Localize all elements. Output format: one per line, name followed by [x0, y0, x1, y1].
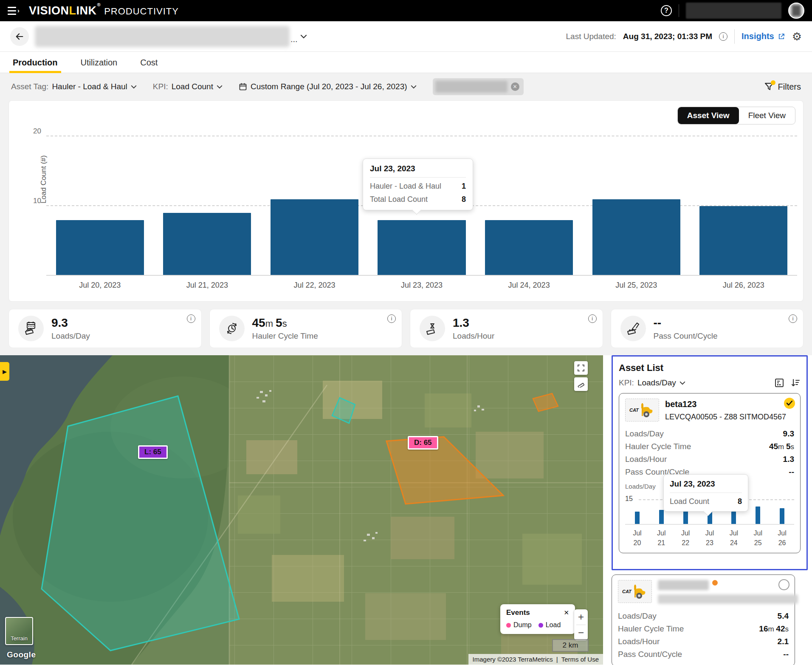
bar[interactable]: [56, 220, 144, 276]
info-icon[interactable]: i: [789, 314, 797, 323]
x-tick-label: Jul24: [722, 528, 746, 548]
map-type-control[interactable]: Terrain: [5, 617, 33, 645]
date-range-value: Custom Range (Jul 20, 2023 - Jul 26, 202…: [251, 82, 407, 91]
cat-loader-image: CAT: [629, 402, 656, 419]
asset-card-redacted[interactable]: CAT Loads/Day5.4 Haul: [612, 574, 795, 665]
kpi-value: 45m 5s: [252, 316, 318, 330]
help-icon[interactable]: ?: [661, 5, 672, 16]
tooltip-row: Total Load Count 8: [370, 195, 466, 204]
dump-zone-label[interactable]: D: 65: [408, 436, 438, 450]
bar[interactable]: [659, 510, 664, 525]
stat-row: Loads/Day5.4: [618, 610, 789, 623]
info-icon[interactable]: i: [187, 314, 195, 323]
kpi-value: 9.3: [51, 316, 90, 330]
map-panel-expand-tab[interactable]: ▶: [0, 362, 9, 381]
menu-icon[interactable]: ›: [8, 5, 22, 16]
kpi-value: --: [654, 316, 718, 330]
google-logo: Google: [7, 650, 36, 659]
bar[interactable]: [485, 220, 573, 276]
status-dot: [712, 580, 718, 586]
asset-list-kpi-label: KPI:: [619, 378, 634, 388]
asset-card-beta123[interactable]: CAT beta123 LEVCQA00505 - Z88 SITMOD4567: [619, 393, 801, 553]
tab-cost[interactable]: Cost: [138, 54, 159, 73]
fullscreen-button[interactable]: [574, 361, 588, 375]
bar[interactable]: [271, 199, 358, 276]
chart-tooltip: Jul 23, 2023 Hauler - Load & Haul 1 Tota…: [363, 158, 473, 210]
x-tick-label: Jul 23, 2023: [368, 281, 476, 290]
back-button[interactable]: [10, 27, 29, 46]
asset-list-kpi-value[interactable]: Loads/Day: [637, 378, 676, 388]
calendar-icon: [239, 82, 247, 91]
stat-row: Loads/Hour2.1: [618, 635, 789, 648]
gear-icon[interactable]: ⚙: [792, 31, 802, 42]
y-tick-20: 20: [26, 127, 41, 136]
unselected-badge[interactable]: [778, 579, 789, 590]
last-updated-label: Last Updated:: [566, 32, 616, 41]
imagery-credit: Imagery ©2023 TerraMetrics: [473, 656, 553, 663]
tab-production[interactable]: Production: [11, 54, 59, 73]
tooltip-row: Load Count 8: [670, 497, 742, 506]
tab-utilization[interactable]: Utilization: [79, 54, 119, 73]
load-zone-label[interactable]: L: 65: [138, 445, 168, 459]
brand-logo: VISIONLINK® PRODUCTIVITY: [29, 4, 179, 17]
close-icon[interactable]: ✕: [564, 609, 569, 617]
fleet-view-button[interactable]: Fleet View: [739, 107, 795, 124]
x-tick-label: Jul20: [625, 528, 649, 548]
bar[interactable]: [756, 507, 760, 525]
kpi-filter-value: Load Count: [172, 82, 213, 91]
bar[interactable]: [731, 512, 736, 525]
asset-stats: Loads/Day5.4 Hauler Cycle Time16m 42s Lo…: [618, 610, 789, 661]
header-divider: [679, 4, 679, 17]
events-legend: Events ✕ Dump Load: [500, 604, 575, 634]
satellite-map[interactable]: L: 65 D: 65 ▶ Events ✕ Dump Load: [0, 355, 603, 665]
date-range-filter[interactable]: Custom Range (Jul 20, 2023 - Jul 26, 202…: [239, 82, 417, 91]
kpi-filter[interactable]: KPI: Load Count: [153, 82, 223, 91]
brand-suffix: PRODUCTIVITY: [104, 6, 179, 17]
dump-dot: [506, 623, 511, 628]
account-selector-redacted[interactable]: [35, 26, 290, 47]
zoom-out-button[interactable]: −: [574, 625, 588, 640]
view-toggle: Asset View Fleet View: [677, 107, 795, 125]
stat-row: Pass Count/Cycle--: [618, 648, 789, 661]
bar[interactable]: [592, 199, 680, 276]
bar[interactable]: [699, 206, 787, 276]
info-icon[interactable]: i: [719, 32, 727, 41]
zoom-in-button[interactable]: +: [574, 609, 588, 625]
avatar[interactable]: [788, 3, 804, 19]
chevron-down-icon[interactable]: [300, 34, 307, 39]
info-icon[interactable]: i: [588, 314, 597, 323]
bar[interactable]: [635, 512, 640, 525]
chip-remove-icon[interactable]: ✕: [511, 82, 519, 91]
bar[interactable]: [780, 508, 784, 525]
x-tick-label: Jul 26, 2023: [690, 281, 797, 290]
map-attribution: Imagery ©2023 TerraMetrics | Terms of Us…: [468, 654, 603, 665]
stat-row: Loads/Hour1.3: [625, 453, 794, 466]
y-tick-10: 10: [26, 197, 41, 205]
account-selector-ellipsis: ...: [290, 34, 298, 44]
bar-slot: [46, 122, 154, 276]
asset-list-column: Asset List KPI: Loads/Day CAT: [603, 355, 812, 665]
brand-vision: VISION: [29, 4, 69, 17]
card-view-icon[interactable]: [774, 378, 784, 388]
asset-name: beta123: [665, 399, 786, 409]
terms-of-use-link[interactable]: Terms of Use: [561, 656, 599, 663]
bar-slot: [746, 499, 770, 525]
filters-button[interactable]: Filters: [764, 82, 801, 92]
chevron-down-icon[interactable]: [679, 381, 685, 385]
x-tick-label: Jul25: [746, 528, 770, 548]
insights-link[interactable]: Insights: [742, 31, 785, 41]
back-arrow-icon: [15, 32, 24, 41]
bar-slot: [770, 499, 794, 525]
sort-icon[interactable]: [790, 378, 801, 388]
selected-check-badge[interactable]: [784, 398, 795, 409]
asset-tag-filter[interactable]: Asset Tag: Hauler - Load & Haul: [11, 82, 137, 91]
x-tick-label: Jul 20, 2023: [46, 281, 154, 290]
bar[interactable]: [163, 213, 251, 276]
bar[interactable]: [378, 220, 465, 276]
measure-button[interactable]: [574, 377, 588, 391]
kpi-card-loads-per-hour: 1.3 Loads/Hour i: [410, 309, 603, 348]
bar-slot: [261, 122, 368, 276]
filter-chip-redacted[interactable]: ✕: [433, 78, 524, 95]
info-icon[interactable]: i: [387, 314, 396, 323]
asset-view-button[interactable]: Asset View: [678, 107, 739, 124]
